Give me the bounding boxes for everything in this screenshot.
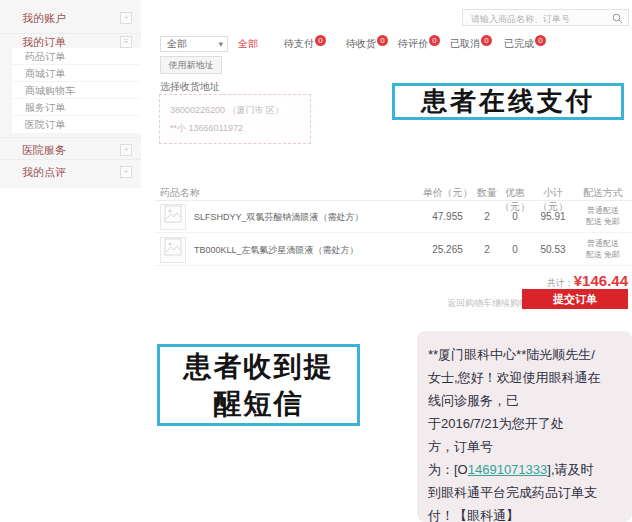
expand-icon[interactable]: + xyxy=(120,166,132,178)
sidebar: 我的账户 + 我的订单 ≡ 药品订单 商城订单 商城购物车 服务订单 医院订单 … xyxy=(0,0,141,188)
count-badge: 0 xyxy=(481,35,492,46)
total-label: 共计： xyxy=(547,278,574,288)
table-row: SLFSHDYY_双氯芬酸钠滴眼液（需处方） 47.955 2 0 95.91 … xyxy=(155,201,632,233)
delivery-method: 普通配送 配送 免邮 xyxy=(581,205,625,227)
expand-icon[interactable]: + xyxy=(120,12,132,24)
tab-pending-receipt[interactable]: 待收货0 xyxy=(346,37,388,51)
search-placeholder: 请输入商品名称、订单号 xyxy=(471,13,570,26)
sidebar-item-mall-cart[interactable]: 商城购物车 xyxy=(12,82,141,99)
sidebar-orders-submenu: 药品订单 商城订单 商城购物车 服务订单 医院订单 xyxy=(12,48,141,133)
order-type-value: 全部 xyxy=(167,38,187,49)
delivery-method: 普通配送 配送 免邮 xyxy=(581,238,625,260)
back-to-cart-link[interactable]: 返回购物车继续购物 xyxy=(447,297,528,310)
tab-cancelled[interactable]: 已取消0 xyxy=(450,37,492,51)
delivery-line1: 普通配送 xyxy=(587,206,619,215)
sidebar-item-service-orders[interactable]: 服务订单 xyxy=(12,99,141,116)
address-line1: 38000226200 （厦门市 区） xyxy=(170,104,284,117)
count-badge: 0 xyxy=(315,35,326,46)
sidebar-item-label: 我的账户 xyxy=(22,6,66,30)
annotation-online-payment: 患者在线支付 xyxy=(392,83,624,120)
sidebar-item-label: 我的点评 xyxy=(22,160,66,184)
subtotal: 95.91 xyxy=(532,211,574,222)
use-new-address-button[interactable]: 使用新地址 xyxy=(160,56,222,74)
collapse-icon[interactable]: ≡ xyxy=(120,36,132,48)
count-badge: 0 xyxy=(429,35,440,46)
table-row: TB000KLL_左氧氟沙星滴眼液（需处方） 25.265 2 0 50.53 … xyxy=(155,234,632,266)
search-input[interactable]: 请输入商品名称、订单号 xyxy=(462,9,629,26)
sms-text-before: **厦门眼科中心**陆光顺先生/ 女士,您好！欢迎使用眼科通在 线问诊服务，已 … xyxy=(428,347,601,477)
tab-label: 已取消 xyxy=(450,38,480,49)
subtotal: 50.53 xyxy=(532,244,574,255)
order-payment-page: 我的账户 + 我的订单 ≡ 药品订单 商城订单 商城购物车 服务订单 医院订单 … xyxy=(0,0,632,522)
tab-label: 待收货 xyxy=(346,38,376,49)
drug-name[interactable]: TB000KLL_左氧氟沙星滴眼液（需处方） xyxy=(194,244,359,257)
annotation-sms-reminder: 患者收到提 醒短信 xyxy=(157,344,360,426)
unit-price: 25.265 xyxy=(420,244,475,255)
product-thumbnail xyxy=(160,204,186,230)
count-badge: 0 xyxy=(377,35,388,46)
expand-icon[interactable]: + xyxy=(120,144,132,156)
tab-pending-review[interactable]: 待评价0 xyxy=(398,37,440,51)
table-header: 药品名称 单价（元） 数量 优惠（元） 小计（元） 配送方式 xyxy=(155,183,632,201)
delivery-line1: 普通配送 xyxy=(587,239,619,248)
order-total: 共计：¥146.44 xyxy=(368,272,628,290)
col-drug-name: 药品名称 xyxy=(160,186,200,200)
discount: 0 xyxy=(493,244,537,255)
sms-message-bubble: **厦门眼科中心**陆光顺先生/ 女士,您好！欢迎使用眼科通在 线问诊服务，已 … xyxy=(417,331,632,522)
tab-pending-payment[interactable]: 待支付0 xyxy=(284,37,326,51)
tab-all[interactable]: 全部 xyxy=(238,37,258,51)
select-address-label: 选择收货地址 xyxy=(160,80,220,94)
tab-label: 已完成 xyxy=(504,38,534,49)
count-badge: 0 xyxy=(535,35,546,46)
drug-name[interactable]: SLFSHDYY_双氯芬酸钠滴眼液（需处方） xyxy=(194,211,364,224)
address-line2: **小 13666011972 xyxy=(170,122,243,135)
sidebar-item-mall-orders[interactable]: 商城订单 xyxy=(12,65,141,82)
col-delivery: 配送方式 xyxy=(581,186,625,200)
tab-label: 待评价 xyxy=(398,38,428,49)
address-card[interactable]: 38000226200 （厦门市 区） **小 13666011972 xyxy=(159,94,311,144)
tab-label: 全部 xyxy=(238,38,258,49)
unit-price: 47.955 xyxy=(420,211,475,222)
discount: 0 xyxy=(493,211,537,222)
search-icon[interactable] xyxy=(612,13,623,24)
tab-label: 待支付 xyxy=(284,38,314,49)
submit-order-button[interactable]: 提交订单 xyxy=(522,289,628,309)
product-thumbnail xyxy=(160,237,186,263)
sidebar-item-hospital-orders[interactable]: 医院订单 xyxy=(12,116,141,133)
order-type-select[interactable]: 全部 ▾ xyxy=(160,36,228,52)
delivery-line2: 配送 免邮 xyxy=(586,217,620,226)
sidebar-item-drug-orders[interactable]: 药品订单 xyxy=(12,48,141,65)
sidebar-item-my-reviews[interactable]: 我的点评 + xyxy=(0,160,141,184)
col-unit-price: 单价（元） xyxy=(420,186,475,200)
chevron-down-icon: ▾ xyxy=(218,37,223,51)
delivery-line2: 配送 免邮 xyxy=(586,250,620,259)
tab-completed[interactable]: 已完成0 xyxy=(504,37,546,51)
order-number-link[interactable]: 14691071333 xyxy=(468,462,548,477)
total-amount: ¥146.44 xyxy=(574,272,628,289)
sidebar-item-my-account[interactable]: 我的账户 + xyxy=(0,6,141,30)
